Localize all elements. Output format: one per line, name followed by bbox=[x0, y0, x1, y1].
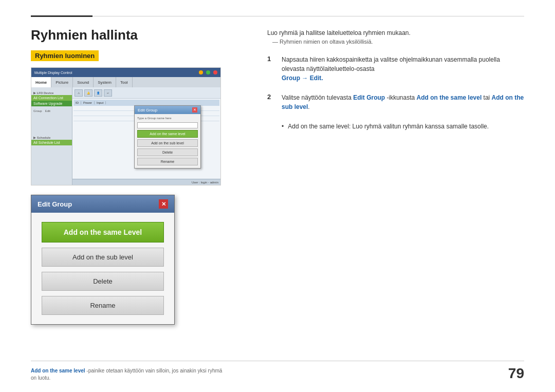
step-1-link: Group → Edit. bbox=[282, 74, 323, 82]
intro-line1: Luo ryhmiä ja hallitse laiteluetteloa ry… bbox=[267, 29, 524, 36]
mockup-sidebar: ▶ LFD Device All Connection List Softwar… bbox=[31, 87, 72, 185]
step-1-block: 1 Napsauta hiiren kakkospainiketta ja va… bbox=[267, 55, 524, 83]
mockup-body: ▶ LFD Device All Connection List Softwar… bbox=[31, 87, 220, 185]
mockup-btn-add-sub: Add on the sub level bbox=[137, 139, 198, 147]
footer-note-bold: Add on the same level bbox=[31, 368, 85, 374]
mockup-tab-home: Home bbox=[31, 77, 51, 87]
mockup-close-btn bbox=[213, 70, 217, 74]
mockup-dialog-close: ✕ bbox=[192, 107, 197, 113]
dialog-title-text: Edit Group bbox=[38, 200, 72, 208]
step-2-block: 2 Valitse näyttöön tulevasta Edit Group … bbox=[267, 93, 524, 111]
mockup-sidebar-sched: ▶ Schedule bbox=[31, 134, 72, 140]
dialog-body: Add on the same Level Add on the sub lev… bbox=[31, 213, 174, 324]
mockup-sidebar-sw: Software Upgrade bbox=[31, 101, 72, 106]
step-2-before: Valitse näyttöön tulevasta bbox=[282, 94, 353, 101]
step-2-text: Valitse näyttöön tulevasta Edit Group -i… bbox=[282, 93, 524, 111]
mockup-statusbar: User : login - admin bbox=[72, 179, 220, 185]
mockup-edit-dialog: Edit Group ✕ Type a Group name here Add … bbox=[134, 105, 201, 169]
mockup-btn-delete: Delete bbox=[137, 148, 198, 156]
footer: Add on the same level -painike otetaan k… bbox=[31, 361, 524, 382]
bullet-block: • Add on the same level: Luo ryhmä valit… bbox=[282, 122, 524, 131]
mockup-max-btn bbox=[206, 70, 210, 74]
left-column: Ryhmien hallinta Ryhmien luominen Multip… bbox=[31, 27, 247, 361]
dialog-close-button[interactable]: ✕ bbox=[159, 199, 168, 209]
top-rule bbox=[31, 15, 524, 17]
mockup-th-power: Power bbox=[81, 101, 95, 104]
step-2-add-same: Add on the same level bbox=[417, 94, 482, 101]
mockup-main-area: ⚠ 🔔 👤 ↩ ID Power Input bbox=[72, 87, 220, 185]
bullet-bold: Add on the same level bbox=[288, 123, 349, 130]
mockup-fault-device-icon: ⚠ bbox=[75, 89, 83, 97]
section-label: Ryhmien luominen bbox=[31, 50, 99, 61]
right-column: Luo ryhmiä ja hallitse laiteluetteloa ry… bbox=[267, 27, 524, 361]
step-1-body: Napsauta hiiren kakkospainiketta ja vali… bbox=[282, 56, 500, 72]
mockup-fault-alert-icon: 🔔 bbox=[84, 89, 92, 97]
page-number: 79 bbox=[508, 365, 524, 382]
screenshot-mockup: Multiple Display Control Home Picture So… bbox=[31, 67, 221, 185]
mockup-dialog-label: Type a Group name here bbox=[137, 117, 198, 120]
mockup-btn-rename: Rename bbox=[137, 158, 198, 165]
mockup-app-title: Multiple Display Control bbox=[34, 71, 72, 74]
step-2-middle: -ikkunasta bbox=[385, 94, 416, 101]
mockup-dialog-body: Type a Group name here Add on the same l… bbox=[135, 114, 200, 168]
intro-line2: Ryhmien nimien on oltava yksilöllisiä. bbox=[267, 39, 524, 45]
mockup-sidebar-all-sched: All Schedule List bbox=[31, 140, 72, 145]
mockup-sidebar-all-conn: All Connection List bbox=[31, 95, 72, 101]
page-title: Ryhmien hallinta bbox=[31, 27, 247, 43]
rename-button[interactable]: Rename bbox=[42, 296, 164, 315]
footer-note: Add on the same level -painike otetaan k… bbox=[31, 367, 226, 382]
mockup-tab-sound: Sound bbox=[73, 77, 94, 87]
mockup-dialog-input bbox=[137, 122, 198, 128]
mockup-th-input: Input bbox=[95, 101, 106, 104]
mockup-dialog-title: Edit Group ✕ bbox=[135, 106, 200, 114]
add-same-level-button[interactable]: Add on the same Level bbox=[42, 222, 164, 242]
bullet-rest: : Luo ryhmä valitun ryhmän kanssa samall… bbox=[349, 123, 489, 130]
edit-group-dialog: Edit Group ✕ Add on the same Level Add o… bbox=[31, 195, 175, 325]
mockup-tab-tool: Tool bbox=[116, 77, 133, 87]
mockup-group-edit: GroupEdit bbox=[31, 108, 72, 114]
step-2-number: 2 bbox=[267, 93, 275, 111]
bullet-dot: • bbox=[282, 122, 284, 131]
mockup-titlebar: Multiple Display Control bbox=[31, 68, 220, 77]
mockup-th-id: ID bbox=[73, 101, 81, 104]
mockup-min-btn bbox=[199, 70, 203, 74]
step-2-or: tai bbox=[482, 94, 491, 101]
bullet-item: • Add on the same level: Luo ryhmä valit… bbox=[282, 122, 524, 131]
mockup-user-settings-icon: 👤 bbox=[94, 89, 102, 97]
step-2-after: . bbox=[308, 103, 309, 110]
mockup-main-toolbar: ⚠ 🔔 👤 ↩ bbox=[72, 87, 220, 99]
step-2-edit-group: Edit Group bbox=[353, 94, 385, 101]
mockup-tab-system: System bbox=[94, 77, 116, 87]
delete-button[interactable]: Delete bbox=[42, 272, 164, 291]
mockup-btn-add-same: Add on the same level bbox=[137, 130, 198, 138]
bullet-text: Add on the same level: Luo ryhmä valitun… bbox=[288, 122, 489, 131]
dialog-titlebar: Edit Group ✕ bbox=[31, 195, 174, 213]
mockup-tabs: Home Picture Sound System Tool bbox=[31, 77, 220, 87]
add-sub-level-button[interactable]: Add on the sub level bbox=[42, 248, 164, 267]
mockup-logout-icon: ↩ bbox=[104, 89, 112, 97]
mockup-tab-picture: Picture bbox=[51, 77, 73, 87]
step-1-number: 1 bbox=[267, 55, 275, 83]
step-1-text: Napsauta hiiren kakkospainiketta ja vali… bbox=[282, 55, 524, 83]
mockup-sidebar-lfd: ▶ LFD Device bbox=[31, 89, 72, 95]
